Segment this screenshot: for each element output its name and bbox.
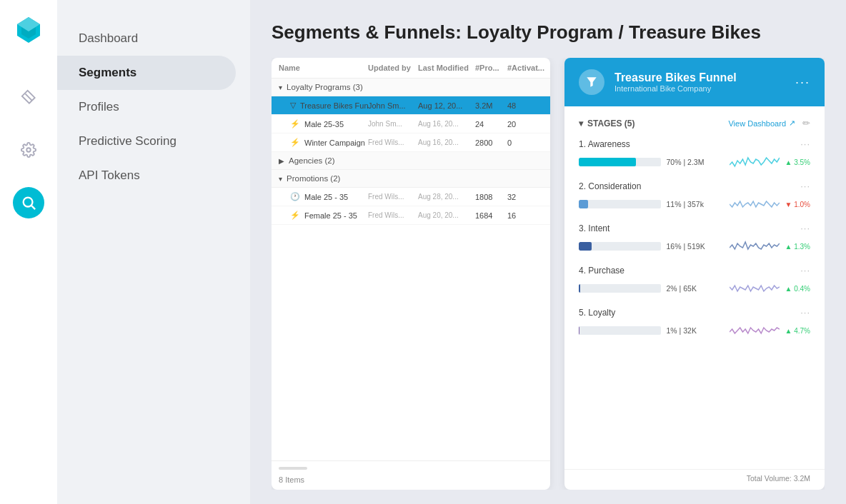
stage-item: 2. Consideration ··· 11% | 357k ▼ 1.0% xyxy=(579,181,810,213)
detail-title-group: Treasure Bikes Funnel International Bike… xyxy=(614,71,737,93)
stage-bar-fill xyxy=(579,326,579,335)
stages-header: ▾ STAGES (5) View Dashboard ↗ ✏ xyxy=(579,118,810,128)
edit-icon[interactable]: ✏ xyxy=(802,118,810,128)
col-modified: Last Modified xyxy=(418,64,475,72)
stage-menu-button[interactable]: ··· xyxy=(800,265,810,276)
stage-header: 2. Consideration ··· xyxy=(579,181,810,191)
stage-header: 5. Loyalty ··· xyxy=(579,307,810,318)
stage-name: 4. Purchase xyxy=(579,266,624,276)
gear-nav-icon[interactable] xyxy=(13,134,44,166)
stage-header: 4. Purchase ··· xyxy=(579,265,810,276)
app-logo xyxy=(14,14,43,60)
stage-bar-row: 16% | 519K ▲ 1.3% xyxy=(579,238,810,255)
table-row[interactable]: 🕐 Male 25 - 35 Fred Wils... Aug 28, 20..… xyxy=(272,188,550,206)
svg-line-6 xyxy=(31,206,35,209)
stage-info: 1% | 32K xyxy=(667,326,724,335)
stage-bar-fill xyxy=(579,242,592,251)
svg-point-4 xyxy=(26,148,31,152)
table-group-header[interactable]: ▶Agencies (2) xyxy=(272,152,550,170)
stage-bar-container xyxy=(579,158,661,166)
funnel-logo xyxy=(579,69,604,95)
detail-subtitle: International Bike Company xyxy=(614,84,737,93)
stage-bar-container xyxy=(579,326,661,335)
stage-pct-vol: 1% | 32K xyxy=(667,326,697,335)
stages-title: ▾ STAGES (5) xyxy=(579,119,634,128)
total-volume: Total Volume: 3.2M xyxy=(747,474,810,483)
stage-bar-container xyxy=(579,284,661,293)
stage-bar-row: 11% | 357k ▼ 1.0% xyxy=(579,196,810,213)
detail-title: Treasure Bikes Funnel xyxy=(614,71,737,84)
stage-bar-fill xyxy=(579,158,636,166)
stage-change: ▲ 3.5% xyxy=(785,158,810,166)
sidebar-item-predictive-scoring[interactable]: Predictive Scoring xyxy=(57,124,236,158)
detail-panel: Treasure Bikes Funnel International Bike… xyxy=(564,58,825,490)
stage-menu-button[interactable]: ··· xyxy=(800,138,810,149)
sidebar-item-profiles[interactable]: Profiles xyxy=(57,90,236,124)
detail-body: ▾ STAGES (5) View Dashboard ↗ ✏ 1. Aware… xyxy=(564,106,825,469)
table-header: Name Updated by Last Modified #Pro... #A… xyxy=(272,58,550,79)
table-row[interactable]: ▽ Treasure Bikes Funnel John Sm... Aug 1… xyxy=(272,96,550,115)
col-profiles: #Pro... xyxy=(475,64,507,72)
stage-menu-button[interactable]: ··· xyxy=(800,307,810,318)
table-body: ▾Loyalty Programs (3) ▽ Treasure Bikes F… xyxy=(272,79,550,460)
col-name: Name xyxy=(279,64,368,72)
stage-item: 1. Awareness ··· 70% | 2.3M ▲ 3.5% xyxy=(579,138,810,171)
stage-menu-button[interactable]: ··· xyxy=(800,223,810,233)
view-dashboard-label: View Dashboard xyxy=(728,119,786,128)
stage-item: 5. Loyalty ··· 1% | 32K ▲ 4.7% xyxy=(579,307,810,339)
icon-bar xyxy=(0,0,57,504)
col-updated: Updated by xyxy=(368,64,418,72)
sidebar-item-dashboard[interactable]: Dashboard xyxy=(57,21,236,56)
table-group-header[interactable]: ▾Loyalty Programs (3) xyxy=(272,79,550,96)
search-nav-icon[interactable] xyxy=(13,187,44,218)
table-group-header[interactable]: ▾Promotions (2) xyxy=(272,170,550,188)
scrollbar-indicator[interactable] xyxy=(279,467,307,470)
table-panel: Name Updated by Last Modified #Pro... #A… xyxy=(272,58,550,490)
stages-container: 1. Awareness ··· 70% | 2.3M ▲ 3.5% 2. Co… xyxy=(579,138,810,339)
stage-header: 3. Intent ··· xyxy=(579,223,810,233)
content-area: Name Updated by Last Modified #Pro... #A… xyxy=(272,58,825,490)
sidebar-item-segments[interactable]: Segments xyxy=(57,56,236,90)
stages-arrow: ▾ xyxy=(579,119,583,128)
view-dashboard-link[interactable]: View Dashboard ↗ xyxy=(728,119,795,128)
stage-trend xyxy=(730,153,780,171)
stage-trend xyxy=(730,322,780,339)
detail-menu-button[interactable]: ··· xyxy=(795,75,810,90)
detail-header-left: Treasure Bikes Funnel International Bike… xyxy=(579,69,737,95)
detail-footer: Total Volume: 3.2M xyxy=(564,469,825,490)
stage-bar-fill xyxy=(579,284,580,293)
stage-trend xyxy=(730,196,780,213)
detail-header: Treasure Bikes Funnel International Bike… xyxy=(564,58,825,106)
svg-point-5 xyxy=(24,198,33,207)
item-count: 8 Items xyxy=(279,475,543,484)
stage-trend xyxy=(730,238,780,255)
stage-pct-vol: 16% | 519K xyxy=(667,242,705,251)
stage-item: 4. Purchase ··· 2% | 65K ▲ 0.4% xyxy=(579,265,810,297)
table-row[interactable]: ⚡ Male 25-35 John Sm... Aug 16, 20... 24… xyxy=(272,115,550,133)
sidebar-item-api-tokens[interactable]: API Tokens xyxy=(57,158,236,193)
svg-line-3 xyxy=(25,94,31,100)
stage-info: 70% | 2.3M xyxy=(667,158,724,166)
stage-menu-button[interactable]: ··· xyxy=(800,181,810,191)
table-row[interactable]: ⚡ Female 25 - 35 Fred Wils... Aug 20, 20… xyxy=(272,206,550,225)
stage-item: 3. Intent ··· 16% | 519K ▲ 1.3% xyxy=(579,223,810,255)
stage-bar-row: 70% | 2.3M ▲ 3.5% xyxy=(579,153,810,171)
page-title: Segments & Funnels: Loyalty Program / Tr… xyxy=(272,21,825,44)
sidebar: Dashboard Segments Profiles Predictive S… xyxy=(57,0,250,504)
stages-count: STAGES (5) xyxy=(587,119,634,128)
stage-trend xyxy=(730,280,780,297)
stage-bar-fill xyxy=(579,200,588,208)
main-content: Segments & Funnels: Loyalty Program / Tr… xyxy=(250,0,846,504)
stage-info: 2% | 65K xyxy=(667,284,724,293)
stage-name: 1. Awareness xyxy=(579,139,630,149)
pill-nav-icon[interactable] xyxy=(13,81,44,113)
table-row[interactable]: ⚡ Winter Campaign Fred Wils... Aug 16, 2… xyxy=(272,133,550,152)
stage-name: 5. Loyalty xyxy=(579,308,615,318)
table-footer: 8 Items xyxy=(272,460,550,490)
stage-bar-row: 1% | 32K ▲ 4.7% xyxy=(579,322,810,339)
stage-bar-row: 2% | 65K ▲ 0.4% xyxy=(579,280,810,297)
stage-change: ▲ 0.4% xyxy=(785,285,810,293)
stage-pct-vol: 70% | 2.3M xyxy=(667,158,705,166)
external-link-icon: ↗ xyxy=(789,119,795,128)
stage-header: 1. Awareness ··· xyxy=(579,138,810,149)
